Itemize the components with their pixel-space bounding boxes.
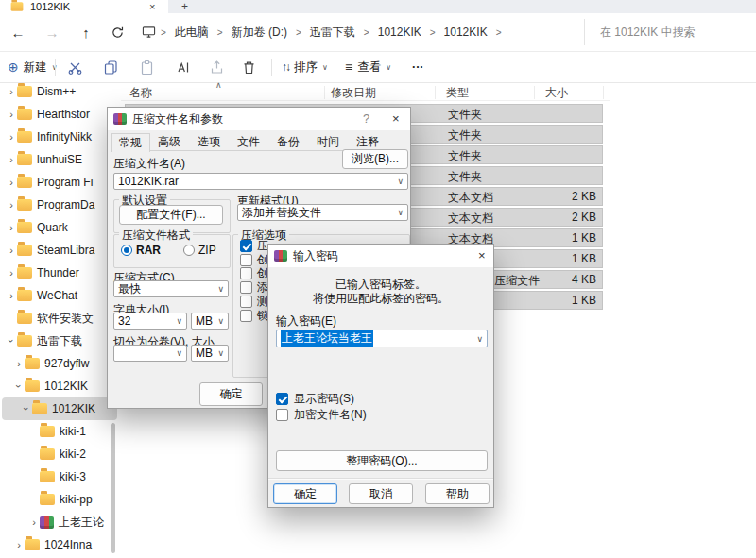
option-checkbox[interactable]: [240, 296, 252, 308]
sidebar-item-927dyflw[interactable]: ›927dyflw: [2, 352, 117, 375]
search-input[interactable]: 在 1012KIK 中搜索: [584, 19, 752, 45]
column-divider[interactable]: [324, 86, 325, 99]
cut-icon[interactable]: [64, 57, 85, 77]
breadcrumb-item[interactable]: 新加卷 (D:): [232, 25, 287, 41]
close-icon[interactable]: ×: [392, 111, 400, 126]
sidebar-item-Thunder[interactable]: ›Thunder: [2, 262, 117, 284]
chevron-right-icon[interactable]: ›: [28, 516, 40, 528]
share-icon[interactable]: [206, 57, 227, 77]
encrypt-names-checkbox[interactable]: [276, 409, 288, 421]
new-button[interactable]: ⊕ 新建 ∨: [8, 57, 58, 77]
chevron-right-icon[interactable]: ›: [6, 177, 17, 188]
sidebar-item-Hearthstor[interactable]: ›Hearthstor: [2, 103, 117, 126]
sidebar-item-kiki-pp[interactable]: kiki-pp: [2, 488, 117, 511]
sidebar-item-kiki-2[interactable]: kiki-2: [2, 443, 117, 465]
column-header-type[interactable]: 类型: [446, 85, 469, 101]
update-mode-combobox[interactable]: 添加并替换文件 ∨: [237, 204, 408, 221]
profiles-button[interactable]: 配置文件(F)...: [119, 205, 223, 225]
show-password-checkbox[interactable]: [276, 393, 288, 405]
zip-radio-label[interactable]: ZIP: [198, 244, 216, 257]
paste-icon[interactable]: [136, 57, 157, 77]
tab-close-icon[interactable]: ×: [149, 0, 155, 13]
sidebar-item-ProgramDa[interactable]: ›ProgramDa: [2, 194, 117, 216]
sidebar-item-kiki-3[interactable]: kiki-3: [2, 465, 117, 488]
sidebar-item-1024Inna[interactable]: ›1024Inna: [2, 533, 117, 556]
compression-option[interactable]: 创: [240, 267, 268, 279]
sidebar-item-软件安装文[interactable]: 软件安装文: [2, 307, 117, 330]
compression-option[interactable]: 锁: [240, 310, 268, 322]
option-checkbox[interactable]: [240, 281, 252, 294]
chevron-right-icon[interactable]: ›: [6, 267, 17, 279]
back-button[interactable]: ←: [8, 22, 28, 42]
column-header-modified[interactable]: 修改日期: [331, 85, 376, 101]
sidebar-item-kiki-1[interactable]: kiki-1: [2, 420, 117, 443]
sidebar-item-Program Fi[interactable]: ›Program Fi: [2, 171, 117, 194]
option-checkbox[interactable]: [240, 240, 252, 252]
tab-备份[interactable]: 备份: [269, 133, 307, 150]
sidebar-item-1012KIK[interactable]: ›1012KIK: [2, 397, 117, 420]
dictionary-combobox[interactable]: 32 ∨: [113, 313, 187, 330]
option-checkbox[interactable]: [240, 310, 252, 322]
more-button[interactable]: ···: [412, 57, 424, 77]
browse-button[interactable]: 浏览(B)...: [342, 149, 408, 169]
sidebar-item-迅雷下载[interactable]: ›迅雷下载: [2, 330, 117, 352]
breadcrumb-item[interactable]: 此电脑: [175, 25, 209, 41]
split-unit-combobox[interactable]: MB ∨: [191, 345, 229, 362]
dictionary-unit-combobox[interactable]: MB ∨: [191, 313, 229, 330]
password-ok-button[interactable]: 确定: [273, 483, 337, 504]
chevron-right-icon[interactable]: ›: [6, 86, 17, 97]
sidebar-scrollbar[interactable]: [111, 423, 115, 553]
method-combobox[interactable]: 最快 ∨: [113, 280, 229, 297]
chevron-right-icon[interactable]: ›: [6, 109, 17, 120]
option-checkbox[interactable]: [240, 254, 252, 266]
rename-icon[interactable]: [172, 57, 193, 77]
sidebar-item-lunhuiSE[interactable]: ›lunhuiSE: [2, 148, 117, 171]
rar-radio-label[interactable]: RAR: [136, 244, 161, 257]
tab-常规[interactable]: 常规: [111, 133, 150, 152]
sidebar-item-上老王论[interactable]: ›上老王论: [2, 511, 117, 533]
explorer-tab[interactable]: 1012KIK: [0, 0, 168, 13]
compression-option[interactable]: 添: [240, 281, 268, 294]
option-checkbox[interactable]: [240, 267, 252, 279]
tab-注释[interactable]: 注释: [349, 133, 387, 150]
archive-name-combobox[interactable]: 1012KIK.rar ∨: [113, 173, 408, 190]
copy-icon[interactable]: [100, 57, 121, 77]
refresh-icon[interactable]: [107, 22, 128, 42]
tab-高级[interactable]: 高级: [150, 133, 188, 150]
column-header-size[interactable]: 大小: [545, 85, 568, 101]
chevron-right-icon[interactable]: ›: [6, 245, 17, 256]
password-input[interactable]: 上老王论坛当老王 ∨: [276, 330, 488, 347]
password-cancel-button[interactable]: 取消: [349, 483, 413, 504]
sidebar-item-Dism++[interactable]: ›Dism++: [2, 80, 117, 103]
password-dialog-titlebar[interactable]: 输入密码: [268, 245, 493, 267]
encrypt-names-option[interactable]: 加密文件名(N): [276, 407, 367, 423]
compression-option[interactable]: 压: [240, 240, 268, 252]
zip-radio[interactable]: [183, 245, 195, 256]
chevron-right-icon[interactable]: ›: [6, 154, 17, 165]
column-header-name[interactable]: 名称: [129, 85, 152, 101]
breadcrumb-item[interactable]: 1012KIK: [378, 25, 421, 39]
delete-icon[interactable]: [238, 57, 259, 77]
column-divider[interactable]: [435, 86, 436, 99]
column-divider[interactable]: [534, 86, 535, 99]
tab-文件[interactable]: 文件: [230, 133, 267, 150]
breadcrumb-item[interactable]: 迅雷下载: [310, 25, 355, 41]
chevron-right-icon[interactable]: ›: [6, 222, 17, 233]
chevron-right-icon[interactable]: ›: [13, 358, 25, 369]
compression-option[interactable]: 测: [240, 296, 268, 308]
help-icon[interactable]: ?: [363, 111, 369, 126]
chevron-down-icon[interactable]: ›: [13, 380, 25, 392]
chevron-down-icon[interactable]: ›: [21, 403, 32, 414]
sidebar-item-InfinityNikk[interactable]: ›InfinityNikk: [2, 126, 117, 148]
view-button[interactable]: ≡ 查看 ∨: [345, 57, 391, 77]
sidebar-item-Quark[interactable]: ›Quark: [2, 216, 117, 239]
password-help-button[interactable]: 帮助: [425, 483, 490, 504]
archive-ok-button[interactable]: 确定: [199, 382, 263, 406]
close-icon[interactable]: ×: [478, 248, 486, 262]
chevron-right-icon[interactable]: ›: [6, 131, 17, 143]
sidebar-item-WeChat[interactable]: ›WeChat: [2, 284, 117, 307]
sidebar-item-SteamLibra[interactable]: ›SteamLibra: [2, 239, 117, 262]
tab-时间[interactable]: 时间: [309, 133, 347, 150]
chevron-right-icon[interactable]: ›: [13, 539, 25, 550]
new-tab-button[interactable]: +: [181, 0, 188, 13]
